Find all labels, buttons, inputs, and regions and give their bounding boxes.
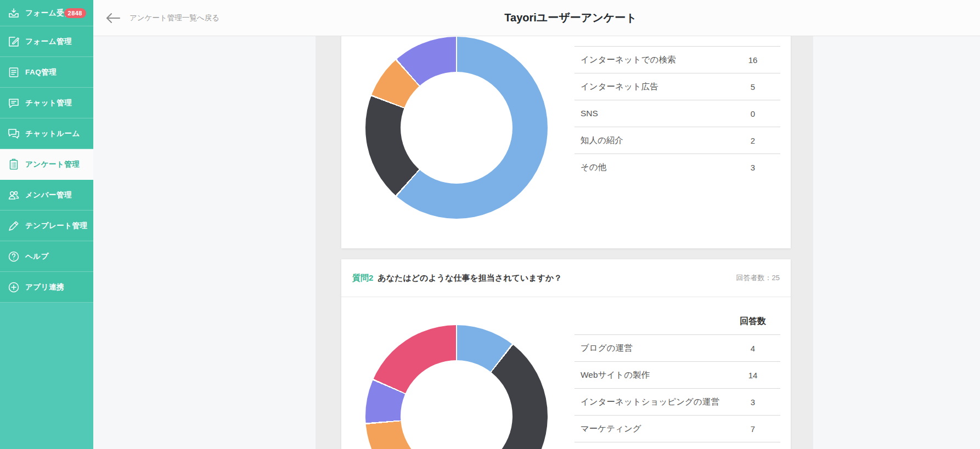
answer-row: 知人の紹介2 (575, 127, 780, 154)
answer-count: 7 (725, 424, 780, 434)
sidebar-item-8[interactable]: テンプレート管理 (0, 211, 93, 241)
chat-room-icon (7, 127, 21, 141)
template-icon (7, 219, 21, 233)
question-2-card: 質問2 あなたはどのような仕事を担当されていますか？ 回答者数：25 回答数ブロ… (341, 259, 791, 449)
respondent-count: 回答者数：25 (736, 273, 780, 283)
chat-icon (7, 96, 21, 110)
question-1-card: インターネットでの検索16インターネット広告5SNS0知人の紹介2その他3 (341, 36, 791, 248)
question-number-badge: 質問2 (352, 273, 373, 283)
sidebar-item-label: アプリ連携 (25, 282, 64, 292)
sidebar-menu: フォーム受信箱2848フォーム管理FAQ管理チャット管理チャットルームアンケート… (0, 0, 93, 303)
sidebar-item-4[interactable]: チャット管理 (0, 88, 93, 118)
question-1-donut-chart (365, 37, 548, 219)
answer-label: ブログの運営 (575, 343, 725, 354)
answer-row: その他3 (575, 154, 780, 180)
answer-row: インターネットショッピングの運営3 (575, 388, 780, 415)
answer-label: 知人の紹介 (575, 135, 725, 146)
main-content: インターネットでの検索16インターネット広告5SNS0知人の紹介2その他3 質問… (93, 36, 980, 449)
question-text: あなたはどのような仕事を担当されていますか？ (378, 273, 736, 283)
answer-count: 3 (725, 397, 780, 407)
sidebar-item-label: ヘルプ (25, 252, 49, 262)
sidebar-item-6[interactable]: アンケート管理 (0, 149, 93, 180)
question-1-answers-table: インターネットでの検索16インターネット広告5SNS0知人の紹介2その他3 (575, 36, 780, 180)
sidebar-item-label: テンプレート管理 (25, 221, 88, 231)
answer-label: SNS (575, 109, 725, 118)
sidebar-item-label: メンバー管理 (25, 190, 72, 200)
answer-label: インターネット広告 (575, 81, 725, 93)
form-edit-icon (7, 35, 21, 49)
sidebar-item-7[interactable]: メンバー管理 (0, 180, 93, 211)
sidebar-item-label: アンケート管理 (25, 160, 80, 169)
back-link-label: アンケート管理一覧へ戻る (129, 13, 219, 23)
sidebar-item-label: FAQ管理 (25, 67, 57, 77)
answer-count: 2 (725, 136, 780, 145)
sidebar: フォーム受信箱2848フォーム管理FAQ管理チャット管理チャットルームアンケート… (0, 0, 93, 449)
answer-count: 5 (725, 82, 780, 92)
answer-row: マーケティング7 (575, 415, 780, 442)
app-link-icon (7, 280, 21, 294)
answer-row: インターネット広告5 (575, 73, 780, 100)
unread-count-badge: 2848 (64, 8, 86, 18)
faq-icon (7, 65, 21, 79)
answer-count: 3 (725, 163, 780, 172)
answer-row: SNS0 (575, 100, 780, 127)
answer-label: インターネットショッピングの運営 (575, 396, 725, 408)
answer-label: インターネットでの検索 (575, 54, 725, 66)
sidebar-item-2[interactable]: フォーム管理 (0, 26, 93, 57)
top-header: アンケート管理一覧へ戻る Tayoriユーザーアンケート (93, 0, 980, 36)
survey-icon (7, 157, 21, 172)
members-icon (7, 188, 21, 202)
inbox-icon (7, 6, 21, 20)
help-icon (7, 249, 21, 264)
sidebar-item-label: フォーム管理 (25, 37, 72, 47)
donut-hole (401, 72, 512, 184)
sidebar-item-9[interactable]: ヘルプ (0, 241, 93, 272)
answer-row: ブログの運営4 (575, 334, 780, 361)
answer-count: 16 (725, 55, 780, 65)
sidebar-item-label: チャットルーム (25, 129, 80, 139)
question-2-header: 質問2 あなたはどのような仕事を担当されていますか？ 回答者数：25 (341, 259, 791, 297)
answer-count: 4 (725, 344, 780, 353)
question-2-answers-table: 回答数ブログの運営4Webサイトの製作14インターネットショッピングの運営3マー… (575, 308, 780, 449)
answer-row: Webサイトの製作14 (575, 361, 780, 388)
donut-hole (401, 360, 512, 449)
sidebar-item-10[interactable]: アプリ連携 (0, 272, 93, 303)
sidebar-item-3[interactable]: FAQ管理 (0, 57, 93, 88)
answer-count: 14 (725, 371, 780, 380)
question-2-donut-chart (365, 325, 548, 449)
answer-label: マーケティング (575, 423, 725, 435)
sidebar-item-label: チャット管理 (25, 98, 72, 108)
page-title: Tayoriユーザーアンケート (504, 0, 637, 36)
results-column: インターネットでの検索16インターネット広告5SNS0知人の紹介2その他3 質問… (316, 36, 813, 449)
back-link[interactable]: アンケート管理一覧へ戻る (105, 0, 219, 36)
answer-count: 0 (725, 109, 780, 118)
answer-label: その他 (575, 162, 725, 173)
answers-count-header: 回答数 (725, 316, 780, 327)
sidebar-item-5[interactable]: チャットルーム (0, 118, 93, 149)
back-arrow-icon (105, 12, 121, 24)
answer-row: インターネットでの検索16 (575, 46, 780, 73)
answer-row (575, 442, 780, 449)
sidebar-item-1[interactable]: フォーム受信箱2848 (0, 0, 93, 26)
answer-label: Webサイトの製作 (575, 370, 725, 381)
